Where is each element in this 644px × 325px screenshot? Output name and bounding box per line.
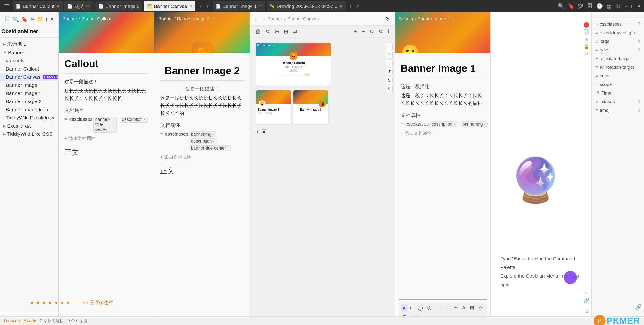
sidebar-item-banner-image-icon[interactable]: Banner Image Icon bbox=[0, 105, 58, 114]
canvas-back-button[interactable]: ← bbox=[254, 16, 259, 22]
sidebar-item-banner-image1[interactable]: Banner Image 1 bbox=[0, 89, 58, 97]
exc-bottom-icon-1[interactable]: ≡ bbox=[584, 291, 590, 296]
canvas-delete-button[interactable]: 🗑 bbox=[254, 27, 262, 36]
tab-overflow-chevron[interactable]: ▾ bbox=[206, 3, 210, 10]
zoom-out-side[interactable]: − bbox=[386, 60, 392, 67]
chip-close[interactable]: × bbox=[113, 123, 115, 127]
layout-icon[interactable]: ▦ bbox=[607, 3, 612, 9]
sidebar-folder-button[interactable]: 📁 bbox=[36, 15, 44, 23]
exc-side-icon-2[interactable]: 📄 bbox=[584, 29, 590, 35]
canvas-rotate-ccw-button[interactable]: ↺ bbox=[377, 27, 384, 36]
chip-close-2[interactable]: × bbox=[484, 123, 486, 126]
tab-banner-image2[interactable]: 📄 Banner Image 2 bbox=[95, 1, 142, 11]
canvas-zoom-fit-button[interactable]: ⊕ bbox=[273, 27, 280, 36]
tab-close-icon[interactable]: ✕ bbox=[339, 3, 343, 9]
add-tab-button-2[interactable]: + bbox=[347, 2, 354, 10]
tab-close-icon[interactable]: ✕ bbox=[56, 3, 60, 9]
tab-drawing[interactable]: ✏️ Drawing 2023-10-12 04:52... ✕ bbox=[266, 1, 346, 11]
right-panel-cover[interactable]: ≡ cover bbox=[592, 71, 644, 80]
exc-arrow-btn[interactable]: → bbox=[434, 304, 442, 312]
exc-text-btn[interactable]: A bbox=[461, 304, 467, 312]
archive-icon[interactable]: 🗄 bbox=[587, 3, 592, 9]
add-prop-button[interactable]: + 添加文档属性 bbox=[64, 134, 148, 143]
exc-side-icon-5[interactable]: ↺ bbox=[584, 51, 590, 56]
breadcrumb-link-image2[interactable]: Banner Image 2 bbox=[177, 16, 210, 21]
mini-card-callout[interactable]: Banner Callout 😛 Banner Callout 这是一段描述！ … bbox=[256, 43, 330, 86]
restore-button[interactable]: □ bbox=[631, 3, 634, 9]
right-panel-cssclasses[interactable]: ≡ cssclasses 5 bbox=[592, 20, 644, 28]
mini-card-image2[interactable]: 📱 Banner Image 2 bbox=[294, 90, 328, 124]
breadcrumb-more-icon[interactable]: ⋯ bbox=[216, 16, 220, 21]
exc-diamond-btn[interactable]: ◯ bbox=[416, 304, 424, 312]
sidebar-sort-button[interactable]: ↕ bbox=[44, 15, 49, 23]
chip-close-2[interactable]: × bbox=[144, 118, 146, 122]
exc-line-btn[interactable]: — bbox=[443, 304, 451, 312]
exc-pen-btn[interactable]: ✏ bbox=[452, 304, 459, 312]
canvas-swap-button[interactable]: ⇄ bbox=[292, 27, 299, 36]
zoom-in-side[interactable]: + bbox=[386, 43, 392, 50]
sidebar-edit-button[interactable]: ✏ bbox=[30, 15, 36, 23]
right-panel-annotation-target[interactable]: ≡ annotation-target bbox=[592, 63, 644, 71]
exc-settings-button[interactable]: ⚙ bbox=[585, 309, 590, 314]
canvas-info-button[interactable]: ℹ bbox=[386, 27, 391, 36]
exc-side-icon-4[interactable]: 🔒 bbox=[584, 43, 590, 49]
sidebar-search-button[interactable]: 🔍 bbox=[12, 15, 20, 23]
mini-card-image1[interactable]: 😮 Banner Image 1 这是一段描述 bbox=[256, 90, 291, 124]
sidebar-item-tiddlywiki-excalidraw[interactable]: TiddlyWiki Excalidraw bbox=[0, 114, 58, 122]
canvas-zoom-out-button[interactable]: − bbox=[360, 27, 366, 36]
tab-close-icon[interactable]: ✕ bbox=[189, 3, 192, 9]
add-tab-button[interactable]: + bbox=[197, 2, 204, 10]
bookmark-icon[interactable]: 🔖 bbox=[568, 3, 574, 9]
search-icon[interactable]: 🔍 bbox=[558, 3, 564, 9]
sidebar-item-banner-image[interactable]: Banner Image bbox=[0, 81, 58, 89]
sidebar-item-banner[interactable]: ▼ Banner bbox=[0, 48, 58, 57]
tab-close-icon[interactable]: ✕ bbox=[259, 3, 262, 9]
sidebar-close-button[interactable]: ✕ bbox=[49, 15, 55, 23]
right-panel-excalidraw-plugin[interactable]: ≡ excalidraw-plugin bbox=[592, 28, 644, 37]
exc-eraser-btn[interactable]: ◇ bbox=[477, 304, 484, 312]
sidebar-toggle-button[interactable]: ☰ bbox=[3, 2, 10, 11]
graph-icon[interactable]: 🕸 bbox=[578, 3, 584, 9]
sidebar-item-banner-image2[interactable]: Banner Image 2 bbox=[0, 97, 58, 105]
exc-circle-btn[interactable]: ◎ bbox=[426, 304, 433, 312]
breadcrumb-link-banner[interactable]: Banner bbox=[158, 16, 173, 21]
chip-close[interactable]: × bbox=[212, 133, 214, 136]
close-button[interactable]: ✕ bbox=[637, 3, 641, 9]
right-panel-list-btn[interactable]: ≡ bbox=[630, 304, 633, 310]
breadcrumb-edit-icon[interactable]: ✏ bbox=[452, 16, 455, 21]
sidebar-item-banner-canvas[interactable]: Banner Canvas CANVAS bbox=[0, 73, 58, 81]
sidebar-item-assets[interactable]: ▶ assets bbox=[0, 57, 58, 65]
right-panel-type[interactable]: ≡ type 3 bbox=[592, 46, 644, 54]
redo-side[interactable]: ↻ bbox=[386, 77, 392, 84]
info-side[interactable]: ℹ bbox=[386, 85, 392, 93]
excalidraw-content[interactable]: 🔮 Type "Excalidraw" in the Command Palet… bbox=[491, 12, 591, 318]
layout2-icon[interactable]: ⊞ bbox=[616, 3, 620, 9]
canvas-settings-button[interactable]: ⚙ bbox=[384, 15, 391, 23]
chip-close-3[interactable]: × bbox=[227, 146, 229, 150]
tab-zheshi[interactable]: 📄 这是 ✕ bbox=[64, 1, 92, 11]
right-panel-aliases[interactable]: ↗ aliases 0 bbox=[592, 97, 644, 106]
exc-rect-btn[interactable]: □ bbox=[409, 304, 415, 312]
right-panel-scope[interactable]: ≡ scope bbox=[592, 80, 644, 89]
canvas-rotate-button[interactable]: ↺ bbox=[264, 27, 271, 36]
exc-bottom-icon-2[interactable]: 🔗 bbox=[584, 298, 590, 303]
chip-close[interactable]: × bbox=[453, 123, 455, 126]
right-panel-emoji[interactable]: ≡ emoji 0 bbox=[592, 106, 644, 115]
breadcrumb-link-image1[interactable]: Banner Image 1 bbox=[418, 16, 450, 21]
tab-close-icon[interactable]: ✕ bbox=[86, 3, 89, 9]
breadcrumb-link-banner[interactable]: Banner bbox=[62, 16, 77, 21]
rotate-side[interactable]: ↺ bbox=[386, 68, 392, 76]
breadcrumb-link-banner[interactable]: Banner bbox=[399, 16, 413, 21]
right-panel-link-btn[interactable]: 🔗 bbox=[635, 304, 642, 310]
sidebar-item-excalidraw[interactable]: ▶ Excalidraw bbox=[0, 122, 58, 130]
add-prop-button[interactable]: + 添加文档属性 bbox=[401, 129, 485, 137]
canvas-rotate-cw-button[interactable]: ↻ bbox=[368, 27, 375, 36]
sidebar-item-unnamed1[interactable]: ▶ 未命名 1 bbox=[0, 39, 58, 48]
right-panel-time[interactable]: ⏱ Time bbox=[592, 89, 644, 97]
sidebar-item-tiddlywiki-css[interactable]: ▶ TiddlyWiki-Like CSS bbox=[0, 130, 58, 138]
sidebar-bookmark-button[interactable]: 🔖 bbox=[20, 15, 28, 23]
sidebar-new-file-button[interactable]: 📄 bbox=[3, 15, 12, 23]
tab-overflow-chevron-2[interactable]: ▾ bbox=[356, 3, 360, 10]
zoom-reset-side[interactable]: ⊙ bbox=[386, 51, 392, 59]
canvas-zoom-in-button[interactable]: + bbox=[352, 27, 358, 36]
